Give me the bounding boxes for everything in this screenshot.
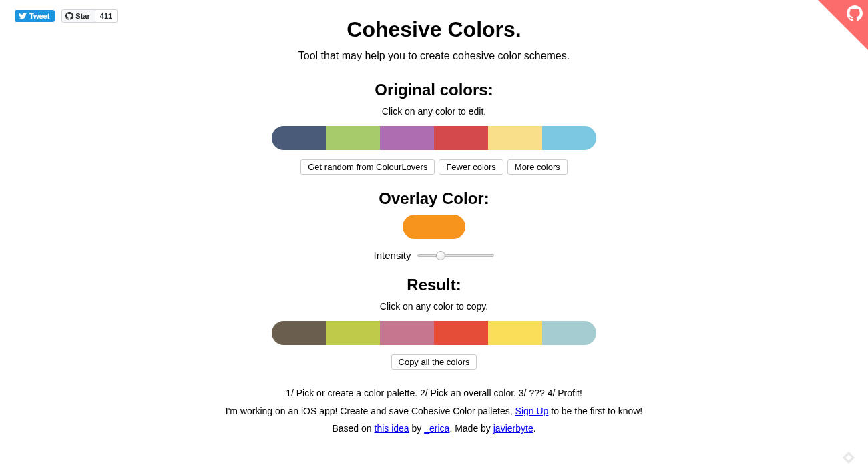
intensity-row: Intensity (134, 250, 734, 261)
result-palette (134, 321, 734, 345)
result-button-row: Copy all the colors (134, 354, 734, 370)
result-swatch-1[interactable] (326, 321, 380, 345)
erica-link[interactable]: _erica (424, 423, 449, 434)
original-button-row: Get random from ColourLovers Fewer color… (134, 159, 734, 175)
github-star-count[interactable]: 411 (95, 9, 118, 23)
footer-credits: Based on this idea by _erica. Made by ja… (134, 420, 734, 438)
result-swatch-3[interactable] (434, 321, 488, 345)
footer-steps: 1/ Pick or create a color palette. 2/ Pi… (134, 384, 734, 402)
twitter-bird-icon (19, 13, 27, 19)
footer-block: 1/ Pick or create a color palette. 2/ Pi… (134, 384, 734, 438)
github-star-widget: Star 411 (61, 9, 118, 23)
original-swatch-5[interactable] (542, 126, 596, 150)
original-swatch-3[interactable] (434, 126, 488, 150)
result-heading: Result: (134, 276, 734, 294)
page-subtitle: Tool that may help you to create cohesiv… (134, 50, 734, 62)
main-column: Cohesive Colors. Tool that may help you … (134, 0, 734, 438)
original-swatch-1[interactable] (326, 126, 380, 150)
tweet-button[interactable]: Tweet (15, 10, 55, 22)
slider-track (417, 254, 494, 257)
result-swatch-4[interactable] (488, 321, 542, 345)
signup-link[interactable]: Sign Up (515, 406, 549, 416)
intensity-slider[interactable] (417, 251, 494, 260)
intensity-label: Intensity (374, 250, 411, 261)
original-swatch-0[interactable] (272, 126, 326, 150)
fewer-colors-button[interactable]: Fewer colors (439, 159, 503, 175)
github-octocat-icon (65, 12, 73, 20)
overlay-heading: Overlay Color: (134, 189, 734, 208)
github-star-label: Star (75, 12, 89, 20)
result-swatch-5[interactable] (542, 321, 596, 345)
original-swatch-2[interactable] (380, 126, 434, 150)
github-cat-icon[interactable] (847, 5, 863, 25)
original-palette (134, 126, 734, 150)
idea-link[interactable]: this idea (375, 423, 409, 434)
author-link[interactable]: javierbyte (493, 423, 533, 434)
result-swatch-0[interactable] (272, 321, 326, 345)
overlay-palette (134, 215, 734, 239)
social-badges: Tweet Star 411 (15, 9, 118, 23)
more-colors-button[interactable]: More colors (507, 159, 568, 175)
original-hint: Click on any color to edit. (134, 106, 734, 117)
result-hint: Click on any color to copy. (134, 301, 734, 312)
original-heading: Original colors: (134, 81, 734, 99)
footer-ios: I'm working on an iOS app! Create and sa… (134, 402, 734, 420)
overlay-color-swatch[interactable] (403, 215, 465, 239)
page-title: Cohesive Colors. (134, 17, 734, 42)
github-star-button[interactable]: Star (61, 9, 95, 23)
copy-all-button[interactable]: Copy all the colors (391, 354, 477, 370)
result-swatch-2[interactable] (380, 321, 434, 345)
original-swatch-4[interactable] (488, 126, 542, 150)
slider-thumb[interactable] (436, 251, 445, 260)
feedly-icon[interactable] (841, 450, 856, 465)
get-random-button[interactable]: Get random from ColourLovers (300, 159, 435, 175)
tweet-label: Tweet (29, 12, 49, 20)
